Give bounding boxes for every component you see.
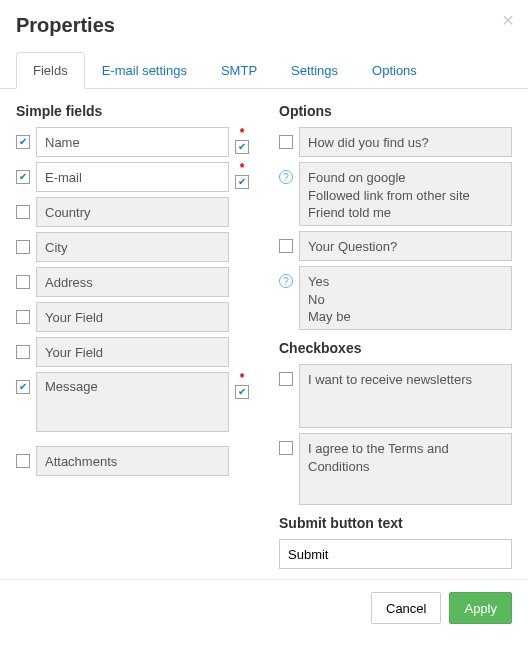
asterisk-icon: * (240, 127, 245, 139)
field-country[interactable] (36, 197, 229, 227)
checkbox-question-b[interactable] (279, 239, 293, 253)
checkboxes-heading: Checkboxes (279, 340, 512, 356)
option-row-answers-a: ? Found on google Followed link from oth… (279, 162, 512, 226)
field-email[interactable] (36, 162, 229, 192)
tab-smtp[interactable]: SMTP (204, 52, 274, 89)
checkbox-country[interactable] (16, 205, 30, 219)
apply-button[interactable]: Apply (449, 592, 512, 624)
checkbox-row-newsletter: I want to receive newsletters (279, 364, 512, 428)
help-icon[interactable]: ? (279, 274, 293, 288)
required-checkbox-name[interactable] (235, 140, 249, 154)
field-answers-b[interactable]: Yes No May be (299, 266, 512, 330)
cancel-button[interactable]: Cancel (371, 592, 441, 624)
tab-settings[interactable]: Settings (274, 52, 355, 89)
field-row-name: * (16, 127, 249, 157)
simple-fields-heading: Simple fields (16, 103, 249, 119)
column-right: Options ? Found on google Followed link … (279, 103, 512, 569)
field-row-address (16, 267, 249, 297)
field-row-message: Message * (16, 372, 249, 432)
checkbox-newsletter[interactable] (279, 372, 293, 386)
checkbox-address[interactable] (16, 275, 30, 289)
required-checkbox-message[interactable] (235, 385, 249, 399)
field-row-country (16, 197, 249, 227)
dialog-header: Properties × (0, 0, 528, 45)
properties-dialog: Properties × Fields E-mail settings SMTP… (0, 0, 528, 636)
help-icon[interactable]: ? (279, 170, 293, 184)
field-answers-a[interactable]: Found on google Followed link from other… (299, 162, 512, 226)
tab-email-settings[interactable]: E-mail settings (85, 52, 204, 89)
field-address[interactable] (36, 267, 229, 297)
tab-fields[interactable]: Fields (16, 52, 85, 89)
dialog-footer: Cancel Apply (0, 579, 528, 636)
checkbox-email[interactable] (16, 170, 30, 184)
field-custom2[interactable] (36, 337, 229, 367)
required-col: * (235, 127, 249, 154)
field-row-custom2 (16, 337, 249, 367)
field-row-email: * (16, 162, 249, 192)
tabs: Fields E-mail settings SMTP Settings Opt… (0, 45, 528, 89)
option-row-question-a (279, 127, 512, 157)
required-col: * (235, 162, 249, 189)
asterisk-icon: * (240, 372, 245, 384)
field-row-custom1 (16, 302, 249, 332)
tab-options[interactable]: Options (355, 52, 434, 89)
checkbox-city[interactable] (16, 240, 30, 254)
field-city[interactable] (36, 232, 229, 262)
field-question-b[interactable] (299, 231, 512, 261)
checkbox-question-a[interactable] (279, 135, 293, 149)
field-message[interactable]: Message (36, 372, 229, 432)
dialog-body: Simple fields * * (0, 89, 528, 579)
submit-heading: Submit button text (279, 515, 512, 531)
close-icon[interactable]: × (502, 10, 514, 30)
field-custom1[interactable] (36, 302, 229, 332)
field-row-city (16, 232, 249, 262)
field-name[interactable] (36, 127, 229, 157)
checkbox-row-terms: I agree to the Terms and Conditions (279, 433, 512, 505)
submit-row (279, 539, 512, 569)
column-left: Simple fields * * (16, 103, 249, 569)
checkbox-attachments[interactable] (16, 454, 30, 468)
field-newsletter[interactable]: I want to receive newsletters (299, 364, 512, 428)
field-row-attachments (16, 446, 249, 476)
checkbox-custom1[interactable] (16, 310, 30, 324)
option-row-question-b (279, 231, 512, 261)
field-attachments[interactable] (36, 446, 229, 476)
field-terms[interactable]: I agree to the Terms and Conditions (299, 433, 512, 505)
submit-text-input[interactable] (279, 539, 512, 569)
field-question-a[interactable] (299, 127, 512, 157)
dialog-title: Properties (16, 14, 512, 37)
required-checkbox-email[interactable] (235, 175, 249, 189)
required-col: * (235, 372, 249, 399)
checkbox-terms[interactable] (279, 441, 293, 455)
options-heading: Options (279, 103, 512, 119)
checkbox-custom2[interactable] (16, 345, 30, 359)
option-row-answers-b: ? Yes No May be (279, 266, 512, 330)
checkbox-message[interactable] (16, 380, 30, 394)
checkbox-name[interactable] (16, 135, 30, 149)
asterisk-icon: * (240, 162, 245, 174)
